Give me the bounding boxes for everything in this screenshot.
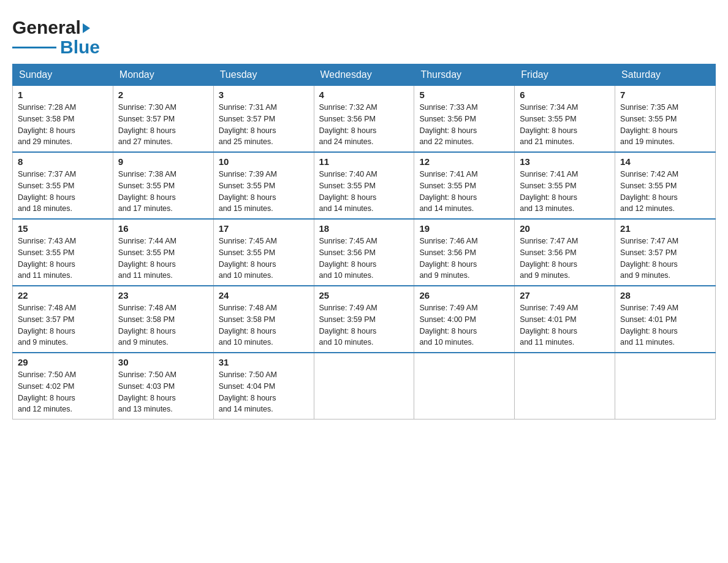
day-number: 23	[118, 290, 208, 301]
day-number: 24	[219, 290, 309, 301]
day-info: Sunrise: 7:49 AM Sunset: 3:59 PM Dayligh…	[319, 302, 409, 348]
calendar-cell: 30 Sunrise: 7:50 AM Sunset: 4:03 PM Dayl…	[113, 353, 213, 419]
day-number: 1	[18, 90, 108, 100]
day-info: Sunrise: 7:50 AM Sunset: 4:03 PM Dayligh…	[118, 369, 208, 415]
day-number: 21	[620, 223, 710, 234]
calendar-cell: 29 Sunrise: 7:50 AM Sunset: 4:02 PM Dayl…	[13, 353, 113, 419]
calendar-cell: 19 Sunrise: 7:46 AM Sunset: 3:56 PM Dayl…	[414, 219, 515, 286]
day-info: Sunrise: 7:30 AM Sunset: 3:57 PM Dayligh…	[118, 102, 208, 148]
day-info: Sunrise: 7:42 AM Sunset: 3:55 PM Dayligh…	[620, 169, 710, 215]
week-row-2: 8 Sunrise: 7:37 AM Sunset: 3:55 PM Dayli…	[13, 152, 716, 219]
calendar-cell: 27 Sunrise: 7:49 AM Sunset: 4:01 PM Dayl…	[515, 286, 615, 353]
day-info: Sunrise: 7:47 AM Sunset: 3:57 PM Dayligh…	[620, 236, 710, 282]
day-info: Sunrise: 7:50 AM Sunset: 4:02 PM Dayligh…	[18, 369, 108, 415]
day-info: Sunrise: 7:47 AM Sunset: 3:56 PM Dayligh…	[520, 236, 610, 282]
calendar-cell	[314, 353, 414, 419]
day-number: 12	[419, 156, 509, 167]
calendar-cell: 2 Sunrise: 7:30 AM Sunset: 3:57 PM Dayli…	[113, 86, 213, 153]
day-number: 31	[219, 357, 309, 367]
calendar-cell: 20 Sunrise: 7:47 AM Sunset: 3:56 PM Dayl…	[515, 219, 615, 286]
calendar-cell: 22 Sunrise: 7:48 AM Sunset: 3:57 PM Dayl…	[13, 286, 113, 353]
calendar-cell: 11 Sunrise: 7:40 AM Sunset: 3:55 PM Dayl…	[314, 152, 414, 219]
day-number: 29	[18, 357, 108, 367]
calendar-cell: 24 Sunrise: 7:48 AM Sunset: 3:58 PM Dayl…	[213, 286, 314, 353]
day-info: Sunrise: 7:48 AM Sunset: 3:57 PM Dayligh…	[18, 302, 108, 348]
day-info: Sunrise: 7:44 AM Sunset: 3:55 PM Dayligh…	[118, 236, 208, 282]
day-info: Sunrise: 7:40 AM Sunset: 3:55 PM Dayligh…	[319, 169, 409, 215]
weekday-header-monday: Monday	[113, 64, 213, 86]
day-info: Sunrise: 7:49 AM Sunset: 4:00 PM Dayligh…	[419, 302, 509, 348]
day-info: Sunrise: 7:34 AM Sunset: 3:55 PM Dayligh…	[520, 102, 610, 148]
weekday-header-friday: Friday	[515, 64, 615, 86]
day-info: Sunrise: 7:49 AM Sunset: 4:01 PM Dayligh…	[520, 302, 610, 348]
calendar-cell: 21 Sunrise: 7:47 AM Sunset: 3:57 PM Dayl…	[615, 219, 716, 286]
day-info: Sunrise: 7:41 AM Sunset: 3:55 PM Dayligh…	[419, 169, 509, 215]
calendar-cell: 3 Sunrise: 7:31 AM Sunset: 3:57 PM Dayli…	[213, 86, 314, 153]
day-info: Sunrise: 7:35 AM Sunset: 3:55 PM Dayligh…	[620, 102, 710, 148]
day-info: Sunrise: 7:37 AM Sunset: 3:55 PM Dayligh…	[18, 169, 108, 215]
day-info: Sunrise: 7:39 AM Sunset: 3:55 PM Dayligh…	[219, 169, 309, 215]
day-number: 10	[219, 156, 309, 167]
calendar-cell: 23 Sunrise: 7:48 AM Sunset: 3:58 PM Dayl…	[113, 286, 213, 353]
calendar-cell: 16 Sunrise: 7:44 AM Sunset: 3:55 PM Dayl…	[113, 219, 213, 286]
calendar-cell: 17 Sunrise: 7:45 AM Sunset: 3:55 PM Dayl…	[213, 219, 314, 286]
day-number: 3	[219, 90, 309, 100]
day-info: Sunrise: 7:32 AM Sunset: 3:56 PM Dayligh…	[319, 102, 409, 148]
day-number: 15	[18, 223, 108, 234]
day-info: Sunrise: 7:50 AM Sunset: 4:04 PM Dayligh…	[219, 369, 309, 415]
calendar-cell: 9 Sunrise: 7:38 AM Sunset: 3:55 PM Dayli…	[113, 152, 213, 219]
day-info: Sunrise: 7:41 AM Sunset: 3:55 PM Dayligh…	[520, 169, 610, 215]
weekday-header-saturday: Saturday	[615, 64, 716, 86]
day-info: Sunrise: 7:48 AM Sunset: 3:58 PM Dayligh…	[219, 302, 309, 348]
calendar-cell: 14 Sunrise: 7:42 AM Sunset: 3:55 PM Dayl…	[615, 152, 716, 219]
calendar-cell: 12 Sunrise: 7:41 AM Sunset: 3:55 PM Dayl…	[414, 152, 515, 219]
calendar-cell	[615, 353, 716, 419]
calendar-cell: 7 Sunrise: 7:35 AM Sunset: 3:55 PM Dayli…	[615, 86, 716, 153]
calendar-cell: 18 Sunrise: 7:45 AM Sunset: 3:56 PM Dayl…	[314, 219, 414, 286]
week-row-4: 22 Sunrise: 7:48 AM Sunset: 3:57 PM Dayl…	[13, 286, 716, 353]
day-number: 16	[118, 223, 208, 234]
week-row-1: 1 Sunrise: 7:28 AM Sunset: 3:58 PM Dayli…	[13, 86, 716, 153]
day-number: 2	[118, 90, 208, 100]
day-info: Sunrise: 7:49 AM Sunset: 4:01 PM Dayligh…	[620, 302, 710, 348]
week-row-3: 15 Sunrise: 7:43 AM Sunset: 3:55 PM Dayl…	[13, 219, 716, 286]
day-info: Sunrise: 7:38 AM Sunset: 3:55 PM Dayligh…	[118, 169, 208, 215]
week-row-5: 29 Sunrise: 7:50 AM Sunset: 4:02 PM Dayl…	[13, 353, 716, 419]
calendar-cell: 31 Sunrise: 7:50 AM Sunset: 4:04 PM Dayl…	[213, 353, 314, 419]
day-number: 26	[419, 290, 509, 301]
calendar-cell: 6 Sunrise: 7:34 AM Sunset: 3:55 PM Dayli…	[515, 86, 615, 153]
day-number: 9	[118, 156, 208, 167]
day-number: 22	[18, 290, 108, 301]
day-info: Sunrise: 7:31 AM Sunset: 3:57 PM Dayligh…	[219, 102, 309, 148]
calendar-cell: 4 Sunrise: 7:32 AM Sunset: 3:56 PM Dayli…	[314, 86, 414, 153]
day-number: 8	[18, 156, 108, 167]
weekday-header-tuesday: Tuesday	[213, 64, 314, 86]
day-number: 13	[520, 156, 610, 167]
calendar-table: SundayMondayTuesdayWednesdayThursdayFrid…	[12, 64, 716, 419]
day-number: 6	[520, 90, 610, 100]
day-number: 28	[620, 290, 710, 301]
logo-general-text: General	[12, 18, 81, 37]
day-number: 20	[520, 223, 610, 234]
calendar-cell: 8 Sunrise: 7:37 AM Sunset: 3:55 PM Dayli…	[13, 152, 113, 219]
day-number: 19	[419, 223, 509, 234]
day-number: 11	[319, 156, 409, 167]
day-info: Sunrise: 7:28 AM Sunset: 3:58 PM Dayligh…	[18, 102, 108, 148]
calendar-cell: 25 Sunrise: 7:49 AM Sunset: 3:59 PM Dayl…	[314, 286, 414, 353]
calendar-cell: 26 Sunrise: 7:49 AM Sunset: 4:00 PM Dayl…	[414, 286, 515, 353]
logo: General Blue	[12, 18, 100, 58]
page-header: General Blue	[12, 12, 716, 58]
day-number: 27	[520, 290, 610, 301]
day-info: Sunrise: 7:45 AM Sunset: 3:55 PM Dayligh…	[219, 236, 309, 282]
calendar-cell: 15 Sunrise: 7:43 AM Sunset: 3:55 PM Dayl…	[13, 219, 113, 286]
day-info: Sunrise: 7:46 AM Sunset: 3:56 PM Dayligh…	[419, 236, 509, 282]
weekday-header-row: SundayMondayTuesdayWednesdayThursdayFrid…	[13, 64, 716, 86]
day-number: 30	[118, 357, 208, 367]
day-number: 7	[620, 90, 710, 100]
weekday-header-wednesday: Wednesday	[314, 64, 414, 86]
day-number: 17	[219, 223, 309, 234]
weekday-header-sunday: Sunday	[13, 64, 113, 86]
day-info: Sunrise: 7:33 AM Sunset: 3:56 PM Dayligh…	[419, 102, 509, 148]
calendar-cell: 5 Sunrise: 7:33 AM Sunset: 3:56 PM Dayli…	[414, 86, 515, 153]
day-number: 14	[620, 156, 710, 167]
